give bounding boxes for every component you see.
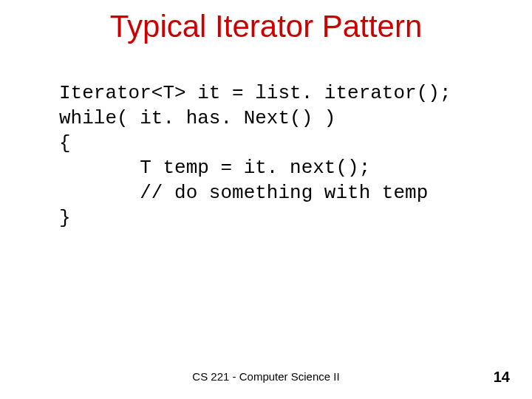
page-number: 14 <box>494 369 510 386</box>
code-line: T temp = it. next(); <box>59 157 370 179</box>
code-block: Iterator<T> it = list. iterator(); while… <box>59 81 451 231</box>
code-line: Iterator<T> it = list. iterator(); <box>59 82 451 104</box>
code-line: while( it. has. Next() ) <box>59 107 335 129</box>
code-line: // do something with temp <box>59 182 428 204</box>
code-line: { <box>59 132 71 154</box>
code-line: } <box>59 207 71 229</box>
slide: Typical Iterator Pattern Iterator<T> it … <box>0 0 532 399</box>
slide-title: Typical Iterator Pattern <box>0 9 532 44</box>
footer-text: CS 221 - Computer Science II <box>0 370 532 383</box>
